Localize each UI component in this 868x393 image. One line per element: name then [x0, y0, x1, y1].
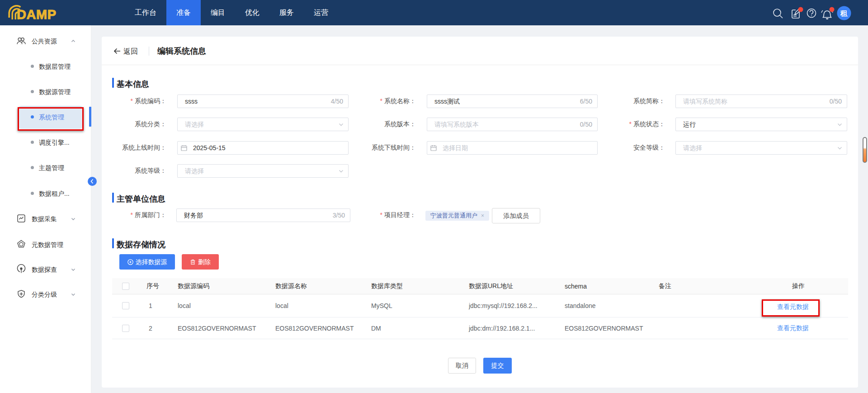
svg-text:DAMP: DAMP — [17, 7, 57, 22]
svg-text:租: 租 — [840, 9, 848, 17]
